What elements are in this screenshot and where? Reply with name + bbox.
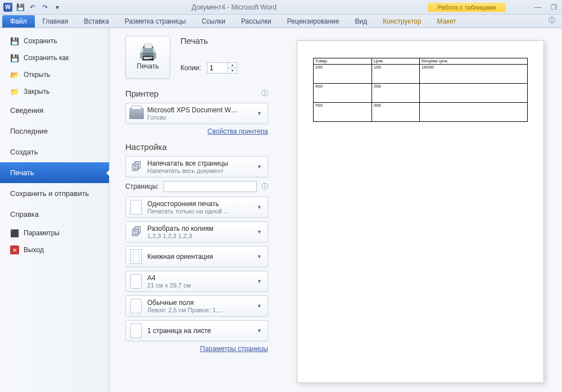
chevron-down-icon: ▼ [255, 111, 264, 116]
exit-icon: ✕ [10, 245, 19, 254]
size-sub: 21 см x 29,7 см [147, 282, 255, 289]
info-icon[interactable]: ⓘ [261, 182, 268, 192]
table-cell [420, 103, 527, 122]
table-cell: 200 [371, 84, 419, 103]
sidebar-item-new[interactable]: Создать [0, 142, 109, 162]
sidebar-item-recent[interactable]: Последние [0, 121, 109, 142]
folder-icon: 📁 [10, 87, 19, 96]
ribbon-tabs: Файл Главная Вставка Разметка страницы С… [0, 15, 562, 28]
tab-references[interactable]: Ссылки [194, 15, 233, 28]
document-table: Товар Ціна Кінцева ціна 100 160 16000 40… [313, 58, 528, 122]
pages-per-sheet-dropdown[interactable]: 1 страница на листе ▼ [125, 320, 268, 341]
tab-review[interactable]: Рецензирование [279, 15, 347, 28]
sidebar-item-exit[interactable]: ✕ Выход [0, 241, 109, 258]
page-setup-link[interactable]: Параметры страницы [200, 345, 268, 353]
printer-dropdown[interactable]: Microsoft XPS Document W… Готово ▼ [125, 103, 268, 124]
margins-title: Обычные поля [147, 299, 255, 307]
table-cell [420, 84, 527, 103]
sidebar-item-label: Последние [10, 127, 48, 135]
chevron-down-icon: ▼ [255, 303, 264, 309]
table-cell: 300 [371, 103, 419, 122]
sidebar-item-label: Справка [10, 210, 39, 218]
collate-icon: 🗐 [129, 224, 144, 240]
scope-title: Напечатать все страницы [147, 159, 255, 167]
sidebar-item-info[interactable]: Сведения [0, 100, 109, 121]
tab-mailings[interactable]: Рассылки [233, 15, 279, 28]
copies-up-icon[interactable]: ▲ [228, 62, 237, 68]
duplex-dropdown[interactable]: Односторонняя печать Печатать только на … [125, 197, 268, 218]
per-sheet-title: 1 страница на листе [147, 327, 255, 335]
table-cell: 16000 [420, 65, 527, 84]
margins-sub: Левое: 2,5 см Правое: 1,… [147, 307, 255, 313]
collate-dropdown[interactable]: 🗐 Разобрать по копиям 1,2,3 1,2,3 1,2,3 … [125, 221, 268, 243]
sidebar-item-share[interactable]: Сохранить и отправить [0, 183, 109, 204]
printer-properties-link[interactable]: Свойства принтера [207, 127, 268, 135]
duplex-sub: Печатать только на одной … [147, 208, 255, 215]
titlebar: W 💾 ↶ ↷ ▾ Документ4 - Microsoft Word Раб… [0, 0, 562, 15]
margins-icon [130, 299, 142, 313]
options-icon: ⬛ [10, 229, 19, 238]
chevron-down-icon: ▼ [255, 328, 264, 334]
sidebar-item-label: Сохранить [24, 37, 57, 45]
sidebar-item-save-as[interactable]: 💾 Сохранить как [0, 49, 109, 66]
printer-name: Microsoft XPS Document W… [147, 106, 255, 114]
tab-table-design[interactable]: Конструктор [375, 15, 429, 28]
print-settings-pane: 🖨️ Печать Печать Копии: ▲ ▼ [110, 28, 278, 392]
table-header-cell: Ціна [371, 58, 419, 65]
save-icon[interactable]: 💾 [16, 3, 25, 12]
qat-customize-icon[interactable]: ▾ [53, 3, 62, 12]
pages-input[interactable] [164, 181, 257, 192]
word-app-icon[interactable]: W [3, 3, 12, 12]
chevron-down-icon: ▼ [255, 229, 264, 235]
chevron-down-icon: ▼ [255, 279, 264, 284]
table-row: 400 200 [313, 84, 527, 103]
quick-access-toolbar: W 💾 ↶ ↷ ▾ [3, 3, 62, 12]
chevron-down-icon: ▼ [255, 164, 264, 170]
copies-spinner[interactable]: ▲ ▼ [207, 62, 237, 74]
collate-title: Разобрать по копиям [147, 225, 255, 233]
table-tools-contextual-tab: Работа с таблицами [428, 3, 506, 12]
tab-view[interactable]: Вид [347, 15, 375, 28]
table-cell: 100 [313, 65, 371, 84]
redo-icon[interactable]: ↷ [40, 3, 49, 12]
print-scope-dropdown[interactable]: 🗐 Напечатать все страницы Напечатать вес… [125, 156, 268, 177]
print-button-label: Печать [137, 62, 158, 70]
minimize-button[interactable]: — [533, 3, 543, 11]
pages-icon: 🗐 [129, 159, 144, 175]
page-side-icon [130, 200, 142, 215]
print-preview-pane: Товар Ціна Кінцева ціна 100 160 16000 40… [278, 28, 562, 392]
restore-button[interactable]: ❐ [549, 3, 559, 11]
orientation-title: Книжная ориентация [147, 253, 255, 261]
sidebar-item-options[interactable]: ⬛ Параметры [0, 225, 109, 241]
sidebar-item-open[interactable]: 📂 Открыть [0, 66, 109, 83]
tab-home[interactable]: Главная [35, 15, 76, 28]
tab-page-layout[interactable]: Разметка страницы [117, 15, 194, 28]
portrait-icon [130, 249, 142, 264]
sidebar-item-save[interactable]: 💾 Сохранить [0, 33, 109, 49]
sidebar-item-help[interactable]: Справка [0, 204, 109, 225]
size-title: A4 [147, 274, 255, 282]
undo-icon[interactable]: ↶ [28, 3, 37, 12]
backstage-sidebar: 💾 Сохранить 💾 Сохранить как 📂 Открыть 📁 … [0, 28, 110, 392]
help-icon[interactable]: ⓘ [544, 13, 560, 28]
tab-table-layout[interactable]: Макет [429, 15, 464, 28]
tab-file[interactable]: Файл [2, 15, 35, 28]
chevron-down-icon: ▼ [255, 254, 264, 259]
print-button[interactable]: 🖨️ Печать [125, 36, 170, 79]
sidebar-item-close[interactable]: 📁 Закрыть [0, 83, 109, 100]
copies-down-icon[interactable]: ▼ [228, 68, 237, 74]
table-header-cell: Товар [313, 58, 371, 65]
window-title: Документ4 - Microsoft Word [62, 3, 406, 11]
tab-insert[interactable]: Вставка [76, 15, 117, 28]
table-row: 100 160 16000 [313, 65, 527, 84]
paper-size-dropdown[interactable]: A4 21 см x 29,7 см ▼ [125, 271, 268, 292]
sidebar-item-label: Открыть [24, 71, 50, 79]
sidebar-item-label: Параметры [24, 229, 60, 237]
sidebar-item-print[interactable]: Печать [0, 162, 109, 183]
margins-dropdown[interactable]: Обычные поля Левое: 2,5 см Правое: 1,… ▼ [125, 295, 268, 317]
orientation-dropdown[interactable]: Книжная ориентация ▼ [125, 246, 268, 267]
copies-input[interactable] [207, 64, 228, 72]
info-icon[interactable]: ⓘ [261, 89, 268, 98]
copies-label: Копии: [180, 64, 201, 72]
table-cell: 400 [313, 84, 371, 103]
